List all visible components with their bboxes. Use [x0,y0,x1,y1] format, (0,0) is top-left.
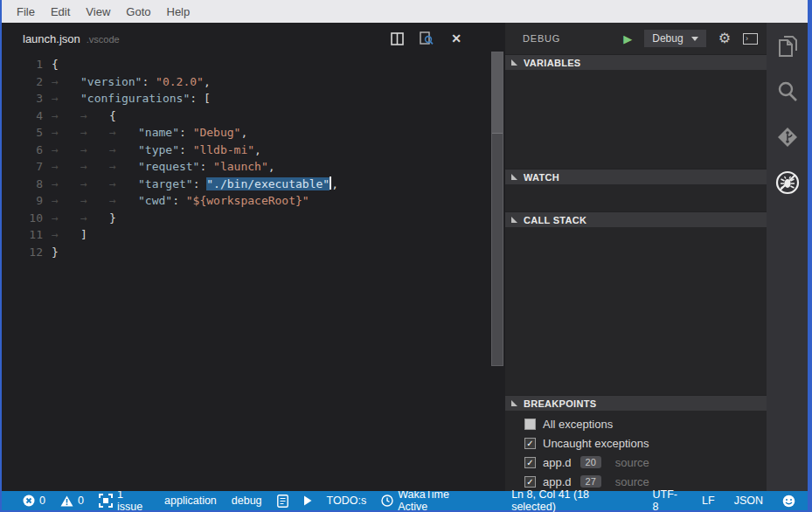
code-token: "request" [138,160,199,173]
code-token: "${workspaceRoot}" [186,194,309,207]
files-icon[interactable] [775,34,800,59]
code-token: "cwd" [138,194,172,207]
tab-whitespace-icon: → [52,124,80,142]
tab-whitespace-icon: → [80,192,109,210]
code-line[interactable]: 2→"version": "0.2.0", [2,73,505,91]
line-number[interactable]: 10 [2,210,43,227]
code-area[interactable]: 1{2→"version": "0.2.0",3→"configurations… [2,54,505,491]
breakpoint-checkbox[interactable]: ✓ [524,457,536,468]
breakpoint-checkbox[interactable]: ✓ [524,438,536,449]
menu-item-edit[interactable]: Edit [43,5,78,18]
line-number[interactable]: 5 [2,124,43,142]
menu-bar: FileEditViewGotoHelp [2,0,808,23]
code-token: "version" [80,75,142,88]
code-token: : [199,160,213,173]
code-line[interactable]: 11→] [2,226,505,244]
line-content: →"version": "0.2.0", [52,73,211,91]
line-number[interactable]: 2 [2,73,43,91]
code-line[interactable]: 12} [2,244,505,261]
open-preview-icon[interactable] [420,31,434,45]
smiley-icon [782,495,795,508]
launch-config-dropdown[interactable]: Debug [644,30,705,47]
section-header-watch[interactable]: WATCH [505,169,767,184]
line-number[interactable]: 3 [2,90,43,107]
section-header-breakpoints[interactable]: BREAKPOINTS [505,395,767,411]
breakpoint-checkbox[interactable] [524,419,536,430]
code-line[interactable]: 5→→→"name": "Debug", [2,124,505,142]
scrollbar-thumb[interactable] [492,52,503,134]
breakpoint-label: app.d [543,456,572,469]
breakpoint-row[interactable]: ✓app.d20source [505,453,767,472]
debug-icon[interactable] [775,170,800,195]
statusbar-item-smiley[interactable] [782,495,795,508]
split-editor-icon[interactable] [390,31,404,45]
menu-item-file[interactable]: File [9,5,43,18]
statusbar-item-debug[interactable]: debug [232,495,262,507]
tab-whitespace-icon: → [52,192,80,210]
breakpoint-checkbox[interactable]: ✓ [524,476,536,488]
statusbar-item-json[interactable]: JSON [734,495,763,507]
section-title: WATCH [524,172,559,183]
line-number[interactable]: 12 [2,244,43,261]
editor-actions: ✕ [390,31,463,45]
tab-whitespace-icon: → [109,176,138,193]
line-number[interactable]: 11 [2,226,43,244]
code-line[interactable]: 4→→{ [2,107,505,125]
status-bar: 001 issueapplicationdebugTODO:sWakaTime … [2,491,808,512]
statusbar-item-1-issue[interactable]: 1 issue [99,488,149,512]
code-line[interactable]: 3→"configurations": [ [2,90,505,107]
start-debug-icon[interactable]: ▶ [623,33,632,45]
tab-whitespace-icon: → [52,158,80,176]
debug-panel-title: DEBUG [523,33,560,44]
source-control-icon[interactable] [775,125,800,149]
debug-console-icon[interactable]: › [743,33,758,45]
line-number[interactable]: 6 [2,142,43,159]
menu-item-help[interactable]: Help [159,5,198,18]
code-line[interactable]: 8→→→"target": "./bin/executable", [2,176,505,193]
statusbar-label: 1 issue [117,488,149,512]
statusbar-label: TODO:s [327,495,367,507]
line-number[interactable]: 1 [2,56,43,73]
tab-whitespace-icon: → [80,210,109,227]
statusbar-item-utf-8[interactable]: UTF-8 [653,488,684,512]
tab-whitespace-icon: → [52,73,80,91]
statusbar-item-0[interactable]: 0 [23,495,45,507]
statusbar-item-lf[interactable]: LF [702,495,715,507]
gear-icon[interactable]: ⚙ [718,31,731,45]
code-token: "type" [138,143,179,156]
code-line[interactable]: 7→→→"request": "launch", [2,158,505,176]
line-content: →→{ [52,107,116,125]
section-header-callstack[interactable]: CALL STACK [505,211,767,227]
statusbar-label: WakaTime Active [398,488,477,512]
editor-scrollbar[interactable] [491,52,503,366]
code-line[interactable]: 9→→→"cwd": "${workspaceRoot}" [2,192,505,210]
close-icon[interactable]: ✕ [449,31,463,45]
code-line[interactable]: 6→→→"type": "lldb-mi", [2,142,505,159]
statusbar-item-application[interactable]: application [164,495,217,507]
line-number[interactable]: 4 [2,107,43,125]
editor-tab[interactable]: launch.json.vscode [23,32,120,45]
breakpoint-row[interactable]: All exceptions [505,414,767,433]
breakpoint-row[interactable]: ✓Uncaught exceptions [505,433,767,453]
code-line[interactable]: 10→→} [2,210,505,227]
statusbar-item-0[interactable]: 0 [60,495,84,507]
section-header-variables[interactable]: VARIABLES [505,54,767,70]
statusbar-item-wakatime-active[interactable]: WakaTime Active [381,488,477,512]
play-small-icon [303,495,312,506]
line-number[interactable]: 9 [2,192,43,210]
code-token: "name" [138,126,179,139]
search-icon[interactable] [775,80,800,104]
menu-item-goto[interactable]: Goto [118,5,158,18]
twistie-icon [511,400,517,406]
line-number[interactable]: 8 [2,176,43,193]
statusbar-item-changelog-doc[interactable] [277,495,288,508]
code-line[interactable]: 1{ [2,56,505,73]
menu-item-view[interactable]: View [78,5,118,18]
statusbar-item-todo-s[interactable]: TODO:s [327,495,367,507]
line-number[interactable]: 7 [2,158,43,176]
statusbar-item-ln-8-col-41-18-selected[interactable]: Ln 8, Col 41 (18 selected) [511,488,633,512]
tab-whitespace-icon: → [109,142,138,159]
statusbar-item-play-small[interactable] [303,495,312,506]
section-title: VARIABLES [524,58,580,68]
debug-panel-header: DEBUG ▶ Debug ⚙ › [505,23,767,54]
